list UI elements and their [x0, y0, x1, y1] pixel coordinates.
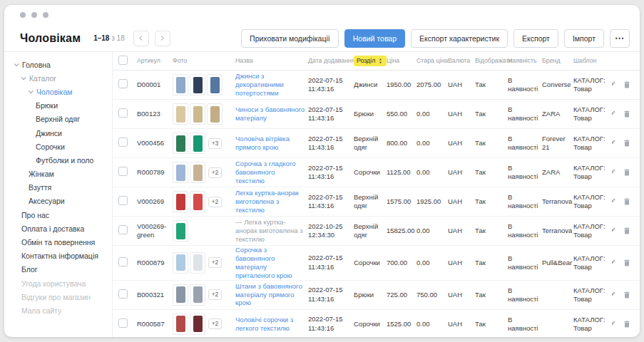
- edit-icon[interactable]: [612, 291, 616, 299]
- edit-icon[interactable]: [612, 139, 616, 147]
- sidebar-item[interactable]: Оплата і доставка: [4, 222, 112, 235]
- sidebar-item[interactable]: Контактна інформація: [4, 249, 112, 263]
- edit-icon[interactable]: [612, 197, 616, 206]
- column-header[interactable]: Фото: [173, 57, 235, 65]
- page-header: Чоловікам 1–18 з 18 Приховати модифікаці…: [4, 25, 640, 52]
- product-name-link[interactable]: Чиноси з бавовняного матеріалу: [235, 105, 305, 122]
- column-header[interactable]: Артикул: [137, 57, 173, 65]
- row-select-cell: [118, 108, 137, 120]
- more-options-button[interactable]: ⋯: [610, 29, 630, 48]
- row-checkbox[interactable]: [118, 257, 128, 266]
- delete-icon[interactable]: [623, 168, 631, 177]
- toolbar-button[interactable]: Експорт характеристик: [411, 29, 508, 48]
- sidebar-item[interactable]: Блог: [4, 263, 112, 276]
- sidebar-item[interactable]: Аксесуари: [4, 195, 112, 208]
- sidebar-item[interactable]: Футболки и поло: [4, 153, 112, 167]
- toolbar-button[interactable]: Експорт: [513, 29, 558, 48]
- toolbar-button[interactable]: Приховати модифікації: [241, 29, 339, 48]
- edit-icon[interactable]: [612, 168, 616, 177]
- row-checkbox[interactable]: [118, 167, 128, 176]
- column-header[interactable]: Відображати: [475, 57, 508, 65]
- product-name-link[interactable]: Чоловіча вітрівка прямого крою: [235, 135, 290, 151]
- toolbar-button[interactable]: Імпорт: [564, 29, 604, 48]
- product-name-link[interactable]: Джинси з декоративними потертостями: [235, 72, 284, 97]
- sidebar-item[interactable]: Взуття: [4, 181, 112, 195]
- product-display: Так: [475, 81, 508, 89]
- sidebar-item[interactable]: Про нас: [4, 208, 112, 222]
- product-name-link[interactable]: Сорочка з бавовняного матеріалу притален…: [235, 246, 292, 279]
- more-photos-badge[interactable]: +2: [208, 257, 222, 268]
- chevron-right-icon: [159, 33, 165, 43]
- row-checkbox[interactable]: [118, 138, 128, 147]
- toolbar-button[interactable]: Новий товар: [344, 29, 405, 48]
- row-actions: [612, 139, 640, 147]
- next-page-button[interactable]: [155, 31, 170, 46]
- delete-icon[interactable]: [623, 139, 631, 147]
- column-header[interactable]: Ціна: [387, 57, 416, 65]
- sidebar-item[interactable]: Обмін та повернення: [4, 235, 112, 249]
- product-name-link[interactable]: Легка куртка-анорак виготовлена з тексти…: [235, 189, 299, 214]
- sidebar-item[interactable]: Каталог: [4, 71, 112, 85]
- column-header[interactable]: Бренд: [542, 57, 573, 65]
- product-section: Сорочки: [354, 259, 387, 267]
- sidebar-item[interactable]: Жінкам: [4, 167, 112, 181]
- product-name-link[interactable]: Чоловічі сорочки з легкого текстилю: [235, 316, 293, 332]
- sidebar-item[interactable]: Брюки: [4, 99, 112, 113]
- delete-icon[interactable]: [623, 291, 631, 299]
- row-checkbox[interactable]: [118, 108, 128, 118]
- column-header[interactable]: Шаблон: [573, 57, 612, 65]
- product-name-link[interactable]: — Легка куртка-анорак виготовлена з текс…: [235, 218, 303, 243]
- delete-icon[interactable]: [623, 259, 631, 267]
- delete-icon[interactable]: [623, 197, 631, 206]
- delete-icon[interactable]: [623, 110, 631, 118]
- edit-icon[interactable]: [612, 227, 616, 235]
- prev-page-button[interactable]: [133, 31, 149, 46]
- sidebar-item-label: Аксесуари: [29, 197, 65, 205]
- more-photos-badge[interactable]: +2: [208, 167, 222, 178]
- row-actions: [612, 320, 640, 328]
- product-price: 725.00: [387, 291, 416, 299]
- sidebar-item[interactable]: Відгуки про магазин: [4, 290, 112, 304]
- column-header[interactable]: Дата додавання: [308, 57, 354, 65]
- product-photos: +2: [173, 284, 235, 306]
- row-actions: [612, 110, 640, 118]
- product-name-link[interactable]: Сорочка з гладкого бавовняного текстилю: [235, 160, 295, 185]
- product-name-link[interactable]: Штани з бавовняного матеріалу прямого кр…: [235, 282, 302, 307]
- sidebar-item[interactable]: Мапа сайту: [4, 304, 112, 317]
- column-header[interactable]: Розділ: [354, 56, 387, 66]
- sidebar-item[interactable]: Чоловікам: [4, 85, 112, 98]
- product-price: 1950.00: [387, 81, 416, 89]
- more-photos-badge[interactable]: +2: [208, 197, 222, 207]
- column-header[interactable]: Наявність: [508, 57, 542, 65]
- sidebar-item[interactable]: Верхній одяг: [4, 113, 112, 126]
- product-availability: В наявності: [508, 316, 542, 333]
- sidebar-item[interactable]: Головна: [4, 58, 112, 71]
- sidebar-item-label: Футболки и поло: [36, 156, 93, 165]
- edit-icon[interactable]: [612, 81, 616, 89]
- product-availability: В наявності: [508, 76, 542, 93]
- edit-icon[interactable]: [612, 259, 616, 267]
- more-photos-badge[interactable]: +3: [208, 138, 222, 149]
- row-checkbox[interactable]: [118, 289, 128, 299]
- delete-icon[interactable]: [623, 81, 631, 89]
- select-all-checkbox[interactable]: [118, 56, 128, 65]
- sidebar-item[interactable]: Джинси: [4, 126, 112, 140]
- row-checkbox[interactable]: [118, 318, 128, 328]
- more-photos-badge[interactable]: +2: [208, 289, 222, 300]
- more-photos-badge[interactable]: +2: [208, 318, 222, 329]
- column-header[interactable]: Назва: [235, 57, 308, 65]
- row-checkbox[interactable]: [118, 225, 128, 234]
- column-header[interactable]: Стара ціна: [416, 57, 448, 65]
- product-brand: Forever 21: [542, 135, 573, 152]
- delete-icon[interactable]: [623, 320, 631, 328]
- pagination-total: з 18: [111, 34, 125, 42]
- row-checkbox[interactable]: [118, 196, 128, 205]
- row-checkbox[interactable]: [118, 79, 128, 88]
- sidebar-item[interactable]: Сорочки: [4, 140, 112, 153]
- chevron-left-icon: [138, 33, 144, 43]
- sidebar-item[interactable]: Угода користувача: [4, 276, 112, 290]
- column-header[interactable]: Валюта: [448, 57, 475, 65]
- edit-icon[interactable]: [612, 320, 616, 328]
- edit-icon[interactable]: [612, 110, 616, 118]
- delete-icon[interactable]: [623, 227, 631, 235]
